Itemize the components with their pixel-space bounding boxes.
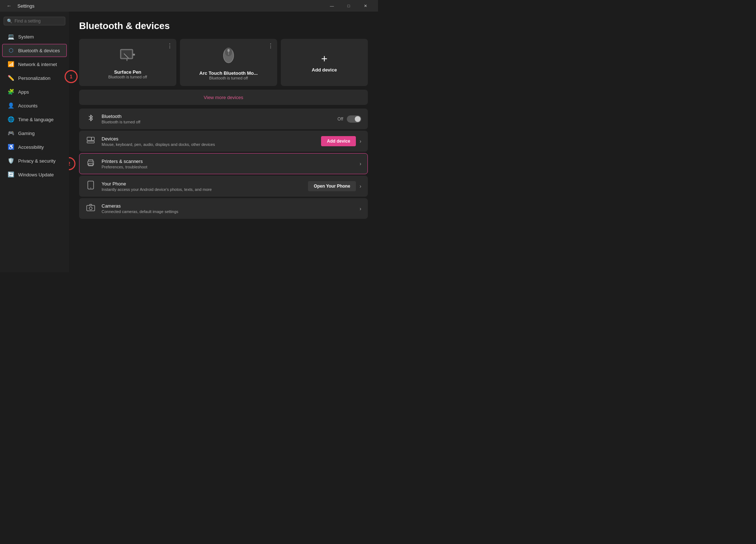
annotation-2: 2: [69, 157, 75, 170]
app-layout: 🔍 💻 System ⬡ Bluetooth & devices 📶 Netwo…: [0, 12, 378, 272]
sidebar-item-accounts[interactable]: 👤 Accounts: [2, 99, 67, 112]
annotation-1: 1: [69, 70, 78, 83]
system-icon: 💻: [7, 33, 15, 40]
bluetooth-toggle[interactable]: [347, 115, 361, 123]
bluetooth-row[interactable]: Bluetooth Bluetooth is turned off Off: [79, 109, 368, 129]
sidebar-item-privacy-label: Privacy & security: [18, 158, 56, 164]
surface-pen-menu[interactable]: ⋮: [167, 42, 173, 49]
sidebar-item-system[interactable]: 💻 System: [2, 30, 67, 43]
arc-touch-card[interactable]: ⋮ Arc Touch Bluetooth Mo... Bluetooth is…: [180, 39, 277, 86]
accessibility-icon: ♿: [7, 143, 15, 151]
sidebar-item-personalization-label: Personalization: [18, 75, 50, 81]
titlebar: ← Settings — □ ✕: [0, 0, 378, 12]
app-name: Settings: [17, 3, 34, 9]
personalization-icon: ✏️: [7, 74, 15, 82]
printers-row-subtitle: Preferences, troubleshoot: [102, 165, 354, 169]
time-icon: 🌐: [7, 116, 15, 123]
search-icon: 🔍: [7, 19, 12, 24]
devices-row-text: Devices Mouse, keyboard, pen, audio, dis…: [102, 136, 315, 147]
bluetooth-row-right: Off: [337, 115, 361, 123]
apps-icon: 🧩: [7, 88, 15, 95]
titlebar-controls: — □ ✕: [324, 0, 374, 12]
bluetooth-toggle-label: Off: [337, 116, 343, 122]
surface-pen-card[interactable]: ⋮ Surface Pen Bluetooth is turned off: [79, 39, 176, 86]
svg-rect-9: [87, 137, 91, 140]
sidebar-item-accessibility-label: Accessibility: [18, 144, 44, 150]
sidebar-item-privacy[interactable]: 🛡️ Privacy & security: [2, 154, 67, 167]
view-more-devices[interactable]: View more devices: [79, 90, 368, 105]
svg-rect-10: [91, 137, 94, 140]
sidebar-item-apps[interactable]: 🧩 Apps: [2, 85, 67, 98]
close-button[interactable]: ✕: [357, 0, 374, 12]
minimize-button[interactable]: —: [324, 0, 340, 12]
devices-row-title: Devices: [102, 136, 315, 142]
printers-row[interactable]: 2 Printers & scanners Preferences, troub…: [79, 153, 368, 174]
your-phone-row[interactable]: Your Phone Instantly access your Android…: [79, 176, 368, 197]
your-phone-subtitle: Instantly access your Android device's p…: [102, 187, 302, 192]
surface-pen-name: Surface Pen: [114, 69, 141, 75]
svg-point-8: [227, 49, 230, 52]
sidebar-item-system-label: System: [18, 34, 34, 40]
sidebar-item-bluetooth-label: Bluetooth & devices: [18, 48, 60, 53]
sidebar-item-accessibility[interactable]: ♿ Accessibility: [2, 140, 67, 154]
bluetooth-toggle-knob: [355, 116, 361, 122]
add-device-card-label: Add device: [312, 67, 337, 73]
cameras-subtitle: Connected cameras, default image setting…: [102, 209, 354, 214]
sidebar-item-update[interactable]: 🔄 Windows Update: [2, 168, 67, 181]
your-phone-title: Your Phone: [102, 181, 302, 187]
bluetooth-row-subtitle: Bluetooth is turned off: [102, 120, 332, 124]
devices-chevron: ›: [359, 138, 361, 144]
cameras-text: Cameras Connected cameras, default image…: [102, 203, 354, 214]
svg-point-18: [89, 207, 92, 210]
arc-touch-icon: [222, 45, 235, 68]
sidebar-item-gaming[interactable]: 🎮 Gaming: [2, 127, 67, 140]
cameras-title: Cameras: [102, 203, 354, 209]
bluetooth-icon: ⬡: [7, 47, 15, 54]
accounts-icon: 👤: [7, 102, 15, 109]
sidebar-item-gaming-label: Gaming: [18, 131, 35, 136]
sidebar-item-network[interactable]: 📶 Network & internet: [2, 58, 67, 71]
add-device-button[interactable]: Add device: [321, 136, 356, 146]
bluetooth-row-title: Bluetooth: [102, 114, 332, 119]
arc-touch-name: Arc Touch Bluetooth Mo...: [200, 70, 258, 76]
svg-rect-11: [87, 141, 94, 143]
devices-row-right: Add device ›: [321, 136, 361, 146]
privacy-icon: 🛡️: [7, 157, 15, 164]
view-more-label: View more devices: [204, 95, 243, 100]
your-phone-right: Open Your Phone ›: [308, 181, 361, 191]
sidebar-item-update-label: Windows Update: [18, 172, 54, 177]
your-phone-chevron: ›: [359, 183, 361, 189]
svg-point-14: [92, 162, 93, 163]
network-icon: 📶: [7, 61, 15, 68]
svg-rect-2: [133, 54, 135, 56]
sidebar-item-time[interactable]: 🌐 Time & language: [2, 113, 67, 126]
search-box[interactable]: 🔍: [4, 17, 65, 25]
printers-row-title: Printers & scanners: [102, 159, 354, 164]
update-icon: 🔄: [7, 171, 15, 178]
svg-point-16: [90, 188, 91, 188]
arc-touch-status: Bluetooth is turned off: [209, 76, 248, 80]
search-input[interactable]: [15, 19, 62, 24]
your-phone-icon: [86, 181, 96, 192]
arc-touch-menu[interactable]: ⋮: [268, 42, 274, 49]
add-device-card[interactable]: + Add device: [281, 39, 368, 86]
devices-row[interactable]: Devices Mouse, keyboard, pen, audio, dis…: [79, 131, 368, 152]
sidebar-item-accounts-label: Accounts: [18, 103, 37, 109]
sidebar-item-time-label: Time & language: [18, 117, 54, 122]
sidebar-item-bluetooth[interactable]: ⬡ Bluetooth & devices: [2, 44, 67, 57]
page-title: Bluetooth & devices: [79, 20, 368, 32]
devices-row-subtitle: Mouse, keyboard, pen, audio, displays an…: [102, 142, 315, 147]
sidebar-item-personalization[interactable]: ✏️ Personalization: [2, 71, 67, 85]
cameras-row[interactable]: Cameras Connected cameras, default image…: [79, 198, 368, 219]
cameras-chevron: ›: [359, 206, 361, 212]
back-button[interactable]: ←: [4, 2, 14, 9]
printers-row-icon: [86, 158, 96, 169]
sidebar-item-network-label: Network & internet: [18, 62, 57, 67]
sidebar: 🔍 💻 System ⬡ Bluetooth & devices 📶 Netwo…: [0, 12, 69, 272]
main-content: 1 Bluetooth & devices ⋮ Surface Pen: [69, 12, 378, 272]
cameras-right: ›: [359, 206, 361, 212]
maximize-button[interactable]: □: [340, 0, 357, 12]
printers-row-text: Printers & scanners Preferences, trouble…: [102, 159, 354, 169]
devices-row-icon: [86, 136, 96, 147]
open-your-phone-button[interactable]: Open Your Phone: [308, 181, 356, 191]
